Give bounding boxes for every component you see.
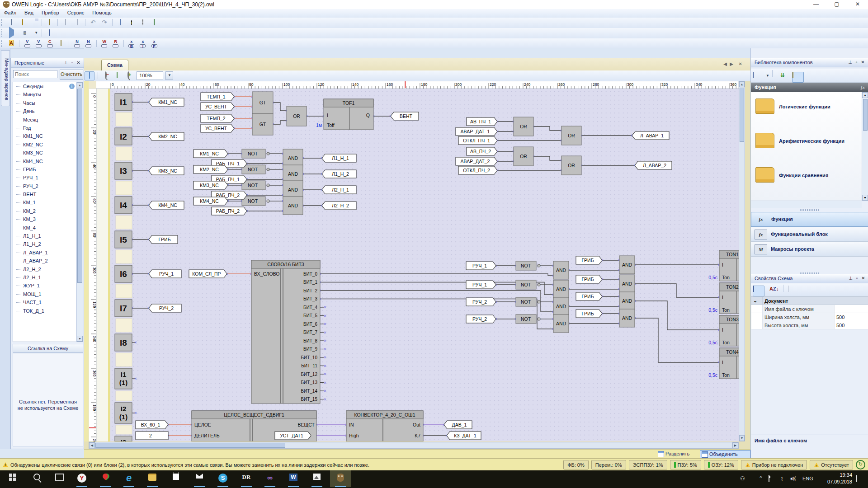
map-pin-icon[interactable] [95,470,116,487]
variable-item[interactable]: КМ_3 [13,215,83,223]
menu-item-1[interactable]: Вид [20,9,38,16]
menu-item-3[interactable]: Сервис [63,9,89,16]
upload-to-device-button[interactable] [116,19,125,27]
variable-item[interactable]: Минуты [13,90,83,99]
undo-button[interactable]: ↶ [89,19,98,27]
screens-manager-tab[interactable]: Менеджер экранов [1,50,10,106]
insert-output-v-button[interactable]: V [34,39,43,47]
category-row[interactable]: Документ [763,297,868,305]
scroll-down-icon[interactable]: ▼ [77,336,83,342]
people-icon[interactable]: ⚇ [740,475,745,482]
menu-item-4[interactable]: Помощь [88,9,116,16]
variable-item[interactable]: МОЩ_1 [13,290,83,298]
owen-logic-icon[interactable] [330,470,351,487]
zoom-out-button[interactable] [101,71,110,80]
splitter-handle[interactable] [800,209,820,211]
merge-view-button[interactable]: Объединить [700,450,750,459]
variable-item[interactable]: Л_АВАР_1 [13,249,83,257]
variable-item[interactable]: КМ2_NC [13,141,83,149]
djvu-reader-icon[interactable]: DR [236,470,257,487]
canvas-hscrollbar[interactable]: ◀ ▶ [89,442,739,449]
variable-item[interactable]: КМ_2 [13,207,83,215]
zoom-dropdown-icon[interactable]: ▼ [165,71,173,80]
close-button[interactable]: ✕ [847,0,868,9]
view-mode-dropdown-icon[interactable]: ▼ [766,74,769,78]
variable-item[interactable]: Л2_Н_2 [13,265,83,273]
device-sync-icon[interactable]: ↻ [856,460,865,469]
variable-tag-2[interactable] [136,432,168,440]
search-icon[interactable] [26,470,47,487]
close-icon[interactable]: ✕ [861,276,866,281]
variable-item[interactable]: РУЧ_1 [13,174,83,182]
insert-net-in-button[interactable]: N [73,39,82,47]
convert-bool-button[interactable]: xB [127,39,136,47]
convert-float-button[interactable]: xF [150,39,159,47]
variable-item[interactable]: ЧАСТ_1 [13,298,83,306]
az-sort-button[interactable]: AZ↓ [769,284,779,294]
library-folder[interactable]: Арифметические функции [751,127,862,161]
wifi-icon[interactable]: ᭪ [780,475,786,482]
categorized-button[interactable] [753,286,764,296]
insert-input-v-button[interactable]: V [23,39,32,47]
pin-icon[interactable]: ⊥ [63,60,68,65]
variables-search-input[interactable] [13,70,57,78]
variable-item[interactable]: Л2_Н_1 [13,273,83,282]
tab-scroll-right-icon[interactable]: ▶ [730,61,733,66]
library-group-0[interactable]: fxФункция [751,212,868,227]
task-view-icon[interactable] [49,470,70,487]
variable-item[interactable]: ГРИБ [13,165,83,174]
insert-net-out-button[interactable]: N [84,39,93,47]
save-button[interactable] [29,19,38,27]
word-icon[interactable]: W [283,470,304,487]
clear-search-button[interactable]: Очистить [60,70,83,80]
print-button[interactable] [45,19,54,27]
firmware-button[interactable] [138,19,147,27]
variable-item[interactable]: КМ_4 [13,224,83,232]
property-pages-button[interactable] [788,286,799,296]
variable-item[interactable]: Л1_Н_1 [13,232,83,240]
variables-scrollbar[interactable]: ▲ ▼ [76,82,83,342]
battery-icon[interactable] [769,475,769,482]
language-indicator[interactable]: ENG [802,476,813,481]
library-vscrollbar[interactable]: ▲ ▼ [862,92,868,201]
variable-item[interactable]: Л1_Н_2 [13,240,83,248]
variables-table-button[interactable] [150,19,159,27]
library-group-1[interactable]: fxФункциональный блок [751,227,868,242]
insert-read-button[interactable]: R [111,39,120,47]
variable-item[interactable]: КМ_1 [13,198,83,206]
variable-item[interactable]: КМ3_NC [13,149,83,157]
simulate-button[interactable] [7,29,16,37]
info-icon[interactable]: i [69,84,75,89]
grid-toggle-button[interactable] [85,71,94,80]
maximize-button[interactable]: ▢ [826,0,847,9]
paste-button[interactable] [73,19,82,27]
close-icon[interactable]: ✕ [860,60,865,65]
restore-icon[interactable]: ▫ [70,60,75,65]
sort-button[interactable]: ⇊ [777,70,788,80]
redo-button[interactable]: ↷ [100,19,109,27]
variable-item[interactable]: Л_АВАР_2 [13,257,83,265]
scroll-up-icon[interactable]: ▲ [77,82,83,88]
tab-scroll-left-icon[interactable]: ◀ [723,61,727,66]
photos-icon[interactable] [307,470,327,487]
insert-const-button[interactable]: C [45,39,54,47]
insert-write-button[interactable]: W [100,39,109,47]
edge-icon[interactable]: e [118,470,139,487]
split-view-button[interactable]: Разделить [656,450,703,458]
copy-button[interactable] [61,19,70,27]
variable-item[interactable]: Часы [13,99,83,107]
restore-icon[interactable]: ▫ [854,276,859,281]
visual-studio-icon[interactable]: ∞ [259,470,280,487]
folders-view-button[interactable] [792,72,804,83]
variable-item[interactable]: Год [13,124,83,132]
property-row[interactable]: Имя файла с ключом [751,305,868,313]
variable-item[interactable]: ТОК_Д_1 [13,307,83,315]
store-icon[interactable] [165,470,186,487]
schema-canvas-svg[interactable]: 0204060801001201401601802002202402602803… [89,81,739,441]
write-device-button[interactable]: ⌁ [18,29,32,37]
close-icon[interactable]: ✕ [76,60,81,65]
tray-expand-icon[interactable]: ⌃ [759,475,763,482]
tab-schema[interactable]: Схема [101,60,128,71]
notification-icon[interactable] [856,475,857,482]
library-folder[interactable]: Логические функции [751,92,862,127]
